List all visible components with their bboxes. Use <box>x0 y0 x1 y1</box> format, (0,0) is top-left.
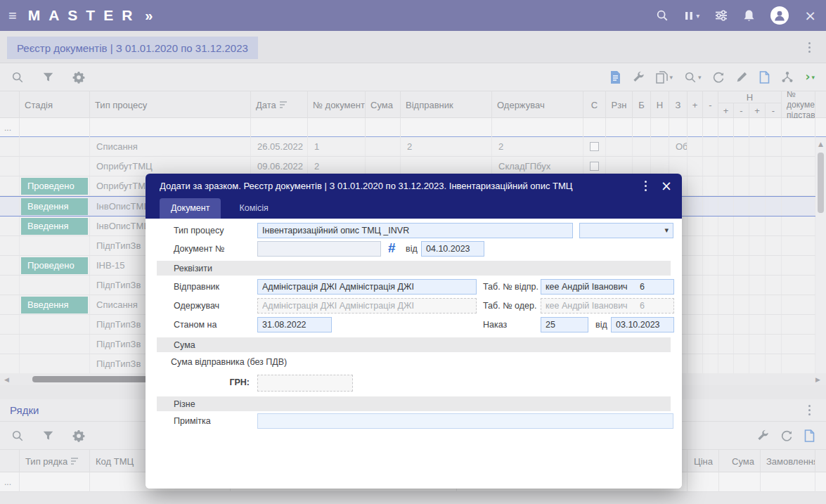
column-header[interactable]: Одержувач <box>492 91 583 118</box>
vertical-scrollbar[interactable]: ▲ <box>815 137 826 373</box>
column-header[interactable]: Н <box>651 91 669 118</box>
scroll-right-icon[interactable]: ▶ <box>811 376 825 383</box>
row-checkbox[interactable] <box>590 142 599 151</box>
filter-icon[interactable] <box>42 430 54 441</box>
column-header[interactable]: С <box>583 91 606 118</box>
column-subheader[interactable]: + <box>749 103 766 117</box>
filter-cell[interactable] <box>251 118 308 137</box>
column-header[interactable]: + <box>688 91 703 118</box>
column-group-header[interactable]: Н+-+- <box>718 91 782 117</box>
more-options-icon[interactable] <box>642 178 650 194</box>
table-row[interactable]: Списання26.05.2022122Об <box>0 137 815 157</box>
wrench-icon[interactable] <box>632 71 645 84</box>
wrench-icon[interactable] <box>756 429 769 442</box>
search-options-icon[interactable]: ▾ <box>684 71 702 84</box>
column-subheader[interactable]: - <box>766 103 781 117</box>
column-header[interactable]: № документ підстави <box>782 91 815 118</box>
column-subheader[interactable]: + <box>718 103 734 117</box>
column-header[interactable]: Замовлення <box>761 450 815 472</box>
column-header[interactable]: Дата <box>251 91 308 118</box>
column-header[interactable]: З <box>669 91 688 118</box>
filter-cell[interactable] <box>401 118 492 137</box>
filter-cell[interactable] <box>688 118 703 137</box>
filter-cell[interactable] <box>606 118 633 137</box>
new-document-icon[interactable] <box>759 71 770 84</box>
close-icon[interactable]: × <box>661 178 672 193</box>
column-header[interactable]: Стадія <box>20 91 90 118</box>
filter-cell[interactable] <box>766 118 782 137</box>
doc-date-input[interactable] <box>421 241 484 257</box>
expand-rows-icon[interactable]: › ▾ <box>805 71 815 83</box>
column-header[interactable]: - <box>703 91 718 118</box>
filter-cell[interactable] <box>734 118 749 137</box>
scroll-left-icon[interactable]: ◀ <box>0 376 13 383</box>
filter-gutter[interactable]: ... <box>0 472 20 492</box>
settings-gear-icon[interactable] <box>72 71 85 84</box>
filter-cell[interactable] <box>583 118 606 137</box>
column-header[interactable]: Сума <box>719 450 761 472</box>
notifications-bell-icon[interactable] <box>743 9 755 22</box>
search-icon[interactable] <box>656 9 669 22</box>
numbering-hash-icon[interactable]: # <box>388 240 396 256</box>
column-subheader[interactable]: - <box>734 103 749 117</box>
filter-cell[interactable] <box>366 118 401 137</box>
copy-documents-icon[interactable]: ▾ <box>656 71 673 84</box>
column-header[interactable]: Тип процесу <box>90 91 251 118</box>
column-header[interactable]: Б <box>633 91 651 118</box>
scroll-up-icon[interactable]: ▲ <box>815 137 826 148</box>
filter-cell[interactable] <box>688 472 719 492</box>
registry-filter-row[interactable]: ... <box>0 118 826 137</box>
tune-icon[interactable] <box>715 10 728 21</box>
filter-cell[interactable] <box>718 118 734 137</box>
registry-tab[interactable]: Реєстр документів | З 01.01.2020 по 31.1… <box>7 37 258 59</box>
more-options-icon[interactable] <box>806 39 813 56</box>
edit-pencil-icon[interactable] <box>736 71 748 83</box>
as-of-date-input[interactable] <box>257 317 332 332</box>
process-type-dropdown[interactable] <box>579 223 673 238</box>
filter-cell[interactable] <box>669 118 688 137</box>
order-date-input[interactable] <box>611 317 674 332</box>
filter-cell[interactable] <box>492 118 583 137</box>
hierarchy-icon[interactable] <box>781 71 794 83</box>
sender-tab-input[interactable]: кее Андрій Іванович 6 <box>541 279 674 295</box>
filter-cell[interactable] <box>20 118 90 137</box>
filter-icon[interactable] <box>42 72 54 83</box>
row-checkbox[interactable] <box>590 162 599 171</box>
column-header[interactable]: № документ <box>308 91 366 118</box>
column-header[interactable]: Ціна <box>688 450 719 472</box>
filter-cell[interactable] <box>749 118 766 137</box>
filter-cell[interactable] <box>308 118 366 137</box>
refresh-icon[interactable] <box>712 71 725 84</box>
search-icon[interactable] <box>11 429 24 442</box>
settings-gear-icon[interactable] <box>72 429 85 442</box>
sender-input[interactable] <box>257 279 477 295</box>
filter-cell[interactable] <box>651 118 669 137</box>
search-icon[interactable] <box>11 71 24 84</box>
process-type-input[interactable] <box>257 223 573 238</box>
tab-document[interactable]: Документ <box>160 198 221 219</box>
menu-icon[interactable]: ≡ <box>8 8 17 24</box>
column-header[interactable]: Тип рядка <box>20 450 90 472</box>
filter-cell[interactable] <box>20 472 90 492</box>
tab-commission[interactable]: Комісія <box>228 198 279 219</box>
note-input[interactable] <box>257 413 673 429</box>
column-header[interactable]: Відправник <box>401 91 492 118</box>
filter-cell[interactable] <box>782 118 815 137</box>
close-icon[interactable]: × <box>804 8 816 22</box>
column-header[interactable]: Сума <box>366 91 401 118</box>
filter-cell[interactable] <box>761 472 815 492</box>
refresh-icon[interactable] <box>780 429 793 442</box>
filter-cell[interactable] <box>633 118 651 137</box>
doc-number-input[interactable] <box>257 241 381 257</box>
filter-gutter[interactable]: ... <box>0 118 20 137</box>
new-document-icon[interactable] <box>804 429 815 442</box>
more-options-icon[interactable] <box>806 402 813 418</box>
pause-icon[interactable]: ▾ <box>684 11 699 21</box>
document-blue-icon[interactable] <box>610 71 621 84</box>
column-header[interactable]: Рзн <box>606 91 633 118</box>
account-avatar[interactable] <box>770 6 789 25</box>
vertical-scroll-thumb[interactable] <box>818 153 824 213</box>
filter-cell[interactable] <box>719 472 761 492</box>
filter-cell[interactable] <box>90 118 251 137</box>
order-number-input[interactable] <box>541 317 588 332</box>
